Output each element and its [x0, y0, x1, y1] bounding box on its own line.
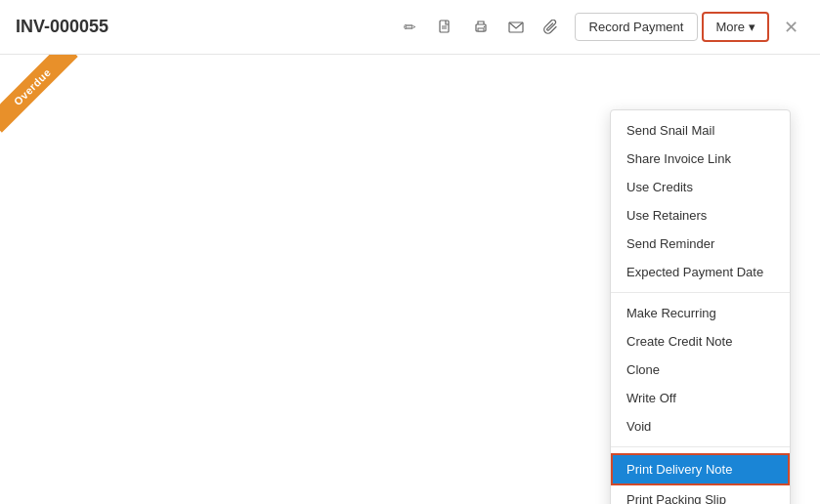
header: INV-000055 ✏ [0, 0, 820, 55]
attachment-button[interactable] [536, 12, 567, 43]
record-payment-button[interactable]: Record Payment [575, 13, 699, 41]
menu-item-print-delivery-note[interactable]: Print Delivery Note [611, 453, 790, 485]
menu-item-clone[interactable]: Clone [611, 356, 790, 384]
menu-item-print-packing-slip[interactable]: Print Packing Slip [611, 485, 790, 504]
menu-item-send-reminder[interactable]: Send Reminder [611, 230, 790, 258]
more-arrow-icon: ▾ [749, 20, 755, 34]
menu-item-void[interactable]: Void [611, 412, 790, 441]
invoice-panel: INV-000055 ✏ [0, 0, 820, 504]
menu-item-use-credits[interactable]: Use Credits [611, 173, 790, 201]
menu-item-make-recurring[interactable]: Make Recurring [611, 299, 790, 327]
toolbar-icons: ✏ [395, 12, 567, 43]
email-button[interactable] [500, 12, 532, 43]
pdf-button[interactable] [430, 12, 461, 43]
ribbon-wrap: Overdue [0, 55, 98, 152]
menu-item-send-snail-mail[interactable]: Send Snail Mail [611, 116, 790, 145]
overdue-ribbon: Overdue [0, 55, 78, 133]
svg-point-5 [483, 25, 485, 27]
menu-item-use-retainers[interactable]: Use Retainers [611, 201, 790, 230]
more-label: More [715, 20, 745, 34]
menu-item-share-invoice-link[interactable]: Share Invoice Link [611, 145, 790, 173]
more-dropdown-menu: Send Snail Mail Share Invoice Link Use C… [610, 109, 791, 504]
print-button[interactable] [465, 12, 496, 43]
more-button[interactable]: More ▾ [702, 12, 769, 42]
menu-item-create-credit-note[interactable]: Create Credit Note [611, 327, 790, 356]
menu-divider-1 [611, 292, 790, 293]
menu-group-1: Send Snail Mail Share Invoice Link Use C… [611, 116, 790, 286]
menu-item-expected-payment-date[interactable]: Expected Payment Date [611, 258, 790, 286]
menu-group-3: Print Delivery Note Print Packing Slip [611, 453, 790, 504]
edit-button[interactable]: ✏ [395, 12, 426, 43]
menu-divider-2 [611, 446, 790, 447]
menu-group-2: Make Recurring Create Credit Note Clone … [611, 299, 790, 441]
invoice-title: INV-000055 [16, 17, 395, 37]
menu-item-write-off[interactable]: Write Off [611, 384, 790, 412]
close-button[interactable]: ✕ [777, 14, 804, 41]
content-area: Overdue Send Snail Mail Share Invoice Li… [0, 55, 820, 504]
svg-rect-4 [478, 28, 484, 31]
